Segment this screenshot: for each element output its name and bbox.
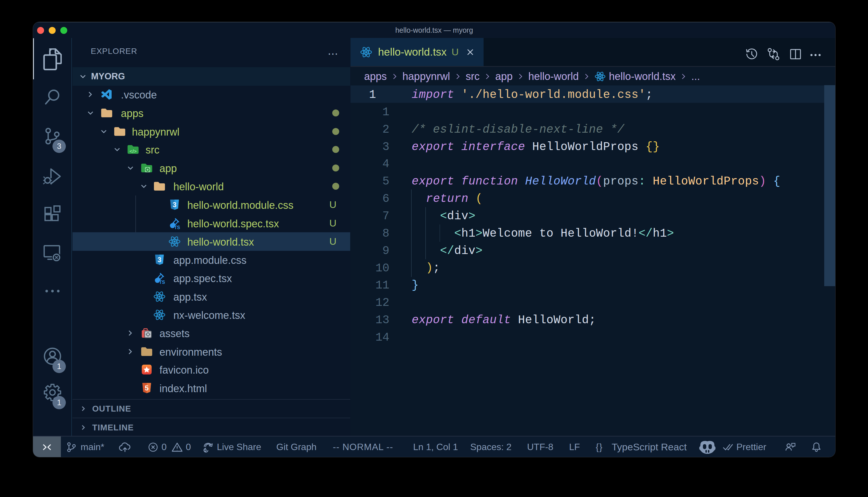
svg-text:3: 3 [173,201,176,209]
svg-text:TS: TS [174,225,180,230]
svg-text:</>: </> [129,148,137,154]
svg-text:5: 5 [145,384,149,392]
svg-text:3: 3 [157,256,161,264]
svg-text:TS: TS [159,280,165,284]
